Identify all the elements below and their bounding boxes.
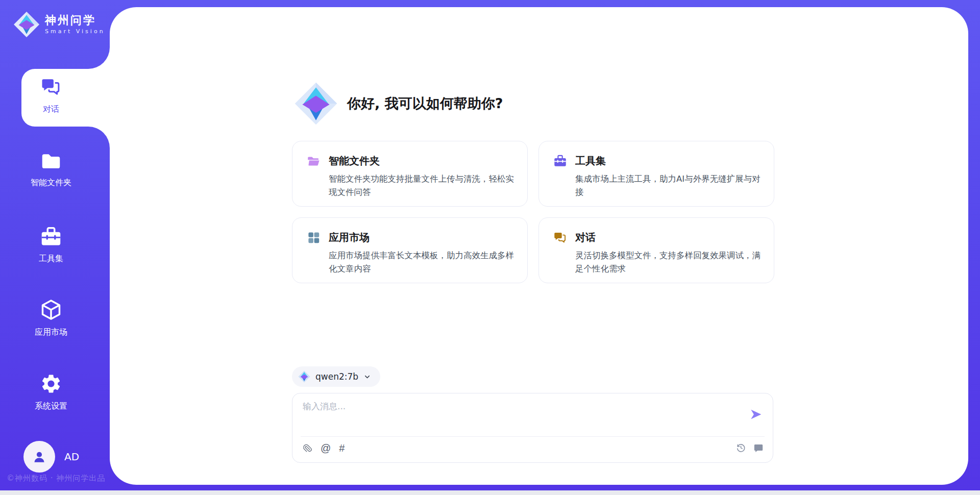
toolbox-icon <box>553 154 567 168</box>
mention-button[interactable]: @ <box>321 443 331 453</box>
person-icon <box>31 448 48 465</box>
greeting-text: 你好, 我可以如何帮助你? <box>347 94 503 113</box>
chat-icon <box>40 77 62 98</box>
cube-icon <box>40 299 62 321</box>
card-description: 灵活切换多模型文件，支持多样回复效果调试，满足个性化需求 <box>575 249 768 275</box>
chat-bubble-icon <box>753 443 764 453</box>
model-diamond-icon <box>298 370 310 383</box>
sidebar-item-toolset[interactable]: 工具集 <box>0 226 102 264</box>
greeting: 你好, 我可以如何帮助你? <box>294 82 503 126</box>
card-app-market[interactable]: 应用市场 应用市场提供丰富长文本模板，助力高效生成多样化文章内容 <box>292 217 528 283</box>
user-account[interactable]: AD <box>23 441 79 473</box>
sidebar: 神州问学 Smart Vision 对话 智能文件夹 工具集 <box>0 0 110 491</box>
composer-actions-right <box>736 442 764 453</box>
attach-file-button[interactable] <box>303 442 312 453</box>
new-chat-button[interactable] <box>753 443 764 453</box>
toolbox-icon <box>40 226 62 247</box>
send-button[interactable] <box>749 408 763 421</box>
user-initials: AD <box>64 451 79 463</box>
card-toolset[interactable]: 工具集 集成市场上主流工具，助力AI与外界无缝扩展与对接 <box>538 141 774 207</box>
card-smart-folder[interactable]: 智能文件夹 智能文件夹功能支持批量文件上传与清洗，轻松实现文件问答 <box>292 141 528 207</box>
brand-logo: 神州问学 Smart Vision <box>13 11 105 38</box>
topic-button[interactable]: # <box>339 443 345 453</box>
hash-icon: # <box>339 443 345 453</box>
sidebar-item-label: 应用市场 <box>0 327 102 338</box>
sidebar-item-settings[interactable]: 系统设置 <box>0 373 102 412</box>
folder-icon <box>40 151 62 171</box>
card-chat[interactable]: 对话 灵活切换多模型文件，支持多样回复效果调试，满足个性化需求 <box>538 217 774 283</box>
brand-subtitle: Smart Vision <box>45 28 105 35</box>
card-description: 集成市场上主流工具，助力AI与外界无缝扩展与对接 <box>575 172 768 199</box>
brand-name: 神州问学 <box>45 14 105 27</box>
app-grid-icon <box>307 231 321 244</box>
sidebar-item-label: 系统设置 <box>0 401 102 412</box>
chevron-down-icon <box>363 373 371 381</box>
history-icon <box>736 442 746 453</box>
card-title: 应用市场 <box>329 231 370 244</box>
card-title: 对话 <box>575 231 596 244</box>
copyright-text: ©神州数码 · 神州问学出品 <box>7 474 105 483</box>
card-description: 智能文件夹功能支持批量文件上传与清洗，轻松实现文件问答 <box>329 172 522 199</box>
paperclip-icon <box>303 442 312 453</box>
avatar <box>23 441 55 473</box>
sidebar-item-label: 对话 <box>0 104 102 115</box>
card-title: 智能文件夹 <box>329 154 380 168</box>
sidebar-item-app-market[interactable]: 应用市场 <box>0 299 102 338</box>
at-icon: @ <box>321 443 331 453</box>
composer-actions-left: @ # <box>303 442 345 453</box>
send-icon <box>749 408 763 421</box>
sidebar-item-label: 智能文件夹 <box>0 178 102 188</box>
card-description: 应用市场提供丰富长文本模板，助力高效生成多样化文章内容 <box>329 249 522 275</box>
model-name: qwen2:7b <box>315 372 358 382</box>
tab-fillet-bottom <box>88 127 110 148</box>
card-title: 工具集 <box>575 154 606 168</box>
model-selector[interactable]: qwen2:7b <box>292 366 380 387</box>
message-composer: @ # <box>292 393 773 463</box>
sidebar-item-label: 工具集 <box>0 254 102 264</box>
chat-icon <box>553 231 567 244</box>
tab-fillet-top <box>88 47 110 69</box>
composer-divider <box>301 436 765 437</box>
brand-diamond-icon <box>13 11 40 38</box>
folder-open-icon <box>307 154 321 168</box>
main-panel: 你好, 我可以如何帮助你? 智能文件夹 智能文件夹功能支持批量文件上传与清洗，轻… <box>110 7 968 485</box>
message-input[interactable] <box>303 401 737 432</box>
gear-icon <box>40 373 62 395</box>
sidebar-item-smart-folder[interactable]: 智能文件夹 <box>0 151 102 188</box>
sidebar-item-chat[interactable]: 对话 <box>0 77 102 115</box>
assistant-diamond-icon <box>294 82 338 126</box>
horizontal-scrollbar[interactable] <box>0 490 980 495</box>
history-button[interactable] <box>736 442 746 453</box>
